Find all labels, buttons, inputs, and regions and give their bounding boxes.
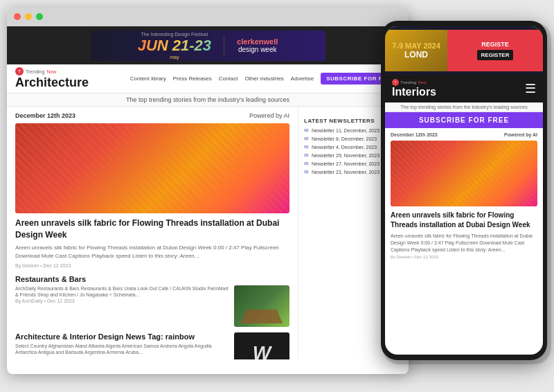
powered-ai-label: Powered by AI — [249, 112, 289, 119]
mobile-register-label: REGISTE — [479, 41, 512, 48]
article-row-rainbow: Architecture & Interior Design News Tag:… — [15, 332, 289, 359]
mobile-ad-location: LOND — [404, 50, 428, 60]
pavilion-icon — [241, 303, 283, 323]
ad-banner-inner: The Interesting Design Festival JUN 21-2… — [90, 30, 325, 61]
browser-chrome — [7, 7, 409, 26]
newsletter-icon-2: ✉ — [304, 136, 309, 142]
nav-press-releases[interactable]: Press Releases — [173, 75, 212, 82]
rainbow-section: Architecture & Interior Design News Tag:… — [15, 332, 289, 359]
content-left: December 12th 2023 Powered by AI Areen u… — [7, 107, 298, 359]
section2-title[interactable]: Restaurants & Bars — [15, 275, 289, 283]
maximize-dot[interactable] — [36, 13, 43, 20]
section2-desc: ArchDaily Restaurants & Bars Restaurants… — [15, 285, 229, 299]
rainbow-thumb: W — [234, 332, 289, 359]
site-title: Architecture — [15, 75, 89, 90]
article-row-text: ArchDaily Restaurants & Bars Restaurants… — [15, 285, 229, 327]
newsletter-icon-3: ✉ — [304, 144, 309, 150]
section3-text: Architecture & Interior Design News Tag:… — [15, 332, 229, 359]
trending-label: T Trending Now — [15, 67, 89, 75]
site-nav: Content library Press Releases Contact O… — [130, 73, 400, 84]
section2-thumb — [234, 285, 289, 327]
section2-meta: By ArchDaily • Dec 12 2023 — [15, 299, 229, 303]
mobile-ad: 7-9 MAY 2024 LOND REGISTE REGISTER — [385, 26, 543, 75]
ad-date-sub: may — [170, 55, 179, 60]
newsletter-icon-4: ✉ — [304, 152, 309, 159]
ad-date: JUN 21-23 — [138, 37, 211, 55]
ad-venue: clerkenwell — [237, 37, 278, 46]
mobile-tagline: The top trending stories from the indust… — [385, 103, 543, 112]
section3-title[interactable]: Architecture & Interior Design News Tag:… — [15, 332, 229, 341]
mobile-site-title: Interiors — [392, 86, 436, 98]
newsletter-text-3: Newsletter 4, December, 2023 — [312, 145, 377, 150]
mobile-article-meta: By Dezeen • Dec 12 2023 — [391, 255, 537, 259]
newsletter-text-2: Newsletter 8, December, 2023 — [312, 136, 377, 141]
mobile-hero-overlay — [391, 141, 537, 206]
desktop-browser: The Interesting Design Festival JUN 21-2… — [7, 7, 409, 374]
hero-article-desc: Areen unravels silk fabric for Flowing T… — [15, 244, 289, 260]
hero-overlay — [15, 123, 289, 213]
minimize-dot[interactable] — [25, 13, 32, 20]
hamburger-icon[interactable]: ☰ — [525, 81, 536, 96]
nav-content-library[interactable]: Content library — [130, 75, 166, 82]
mobile-logo-area: T Trending Now Interiors — [392, 79, 436, 98]
mobile-ad-left: 7-9 MAY 2024 LOND — [385, 30, 447, 71]
mobile-subscribe-button[interactable]: SUBSCRIBE FOR FREE — [389, 116, 539, 124]
nav-contact[interactable]: Contact — [219, 75, 238, 82]
mobile-subscribe-bar[interactable]: SUBSCRIBE FOR FREE — [385, 112, 543, 128]
ad-festival-label: The Interesting Design Festival — [141, 32, 208, 37]
hero-image — [15, 123, 289, 213]
register-button[interactable]: REGISTER — [477, 50, 514, 60]
nav-advertise[interactable]: Advertise — [291, 75, 314, 82]
hero-article-title[interactable]: Areen unravels silk fabric for Flowing T… — [15, 217, 289, 241]
mobile-hero-image — [391, 141, 537, 206]
newsletter-text-6: Newsletter 22, November, 2023 — [312, 170, 379, 175]
mobile-logo-icon: T — [392, 79, 399, 86]
newsletter-text-4: Newsletter 29, November, 2023 — [312, 153, 379, 158]
mobile-powered-label: Powered by AI — [504, 132, 537, 137]
site-header: T Trending Now Architecture Content libr… — [7, 64, 409, 93]
mobile-content: December 12th 2023 Powered by AI Areen u… — [385, 128, 543, 355]
close-dot[interactable] — [14, 13, 21, 20]
newsletter-icon-6: ✉ — [304, 169, 309, 175]
trending-icon: T — [15, 67, 24, 75]
mobile-ad-right: REGISTE REGISTER — [447, 30, 543, 71]
browser-content: The Interesting Design Festival JUN 21-2… — [7, 26, 409, 374]
date-label: December 12th 2023 — [15, 112, 75, 119]
ad-event: design week — [238, 46, 277, 53]
logo-area: T Trending Now Architecture — [15, 67, 89, 90]
date-ai-bar: December 12th 2023 Powered by AI — [15, 112, 289, 119]
mobile-ad-date: 7-9 MAY 2024 — [392, 42, 440, 50]
nav-other-industries[interactable]: Other industries — [244, 75, 283, 82]
mobile-trending-label: T Trending Now — [392, 79, 436, 86]
mobile-date-label: December 12th 2023 — [391, 132, 438, 137]
mobile-screen: 7-9 MAY 2024 LOND REGISTE REGISTER T Tre… — [385, 26, 543, 355]
tagline-bar: The top trending stories from the indust… — [7, 93, 409, 107]
mobile-browser: 7-9 MAY 2024 LOND REGISTE REGISTER T Tre… — [381, 21, 547, 360]
newsletter-icon-5: ✉ — [304, 161, 309, 167]
hero-article-meta: By Dezeen • Dec 12 2023 — [15, 263, 289, 268]
mobile-article-desc: Areen unravels silk fabric for Flowing T… — [391, 233, 537, 253]
newsletter-icon-1: ✉ — [304, 127, 309, 134]
mobile-article-title[interactable]: Areen unravels silk fabric for Flowing T… — [391, 211, 537, 230]
main-content: December 12th 2023 Powered by AI Areen u… — [7, 107, 409, 359]
ad-banner[interactable]: The Interesting Design Festival JUN 21-2… — [7, 26, 409, 64]
newsletter-text-1: Newsletter 11, December, 2023 — [312, 128, 379, 133]
newsletter-text-5: Newsletter 27, November, 2023 — [312, 161, 379, 166]
section3-desc: Select Country Afghanistan Aland Albania… — [15, 343, 229, 357]
article-row-restaurants: ArchDaily Restaurants & Bars Restaurants… — [15, 285, 289, 327]
mobile-header: T Trending Now Interiors ☰ — [385, 75, 543, 103]
mobile-date-ai-bar: December 12th 2023 Powered by AI — [391, 132, 537, 137]
